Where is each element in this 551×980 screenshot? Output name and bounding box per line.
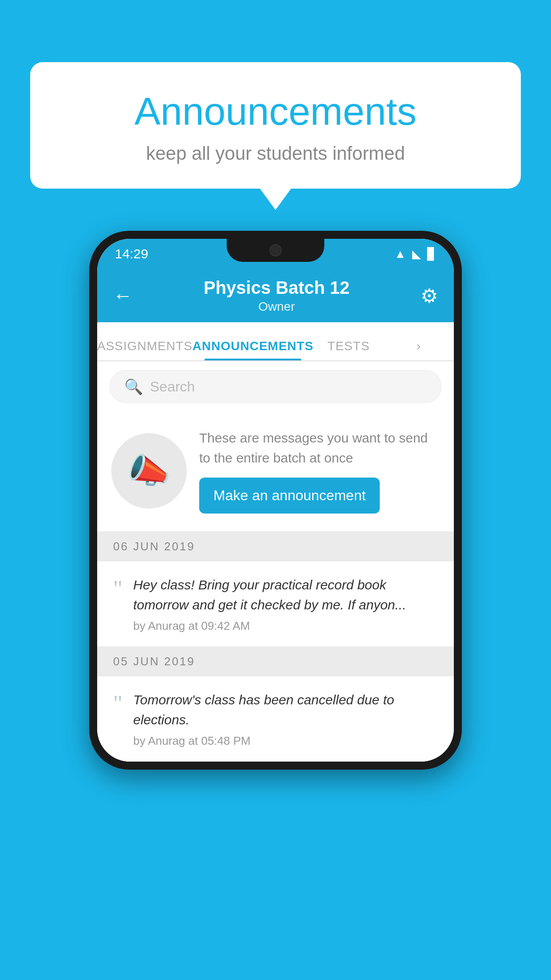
promo-description: These are messages you want to send to t… [199, 428, 440, 468]
status-time: 14:29 [115, 246, 148, 261]
tabs-bar: ASSIGNMENTS ANNOUNCEMENTS TESTS › [97, 322, 454, 361]
search-container: 🔍 Search [97, 361, 454, 412]
phone-outer: 14:29 ▲ ◣ ▊ ← Physics Batch 12 Owner ⚙ A… [89, 231, 462, 770]
phone-camera [269, 244, 282, 257]
phone-screen: 14:29 ▲ ◣ ▊ ← Physics Batch 12 Owner ⚙ A… [97, 239, 454, 762]
bubble-title: Announcements [66, 89, 485, 134]
promo-right: These are messages you want to send to t… [199, 428, 440, 514]
tab-assignments[interactable]: ASSIGNMENTS [97, 339, 193, 360]
speech-bubble-section: Announcements keep all your students inf… [30, 62, 521, 189]
search-icon: 🔍 [124, 378, 143, 395]
promo-section: 📣 These are messages you want to send to… [97, 412, 454, 532]
settings-button[interactable]: ⚙ [421, 285, 438, 307]
announcement-meta-2: by Anurag at 05:48 PM [133, 734, 438, 748]
promo-icon-circle: 📣 [111, 433, 187, 509]
search-bar[interactable]: 🔍 Search [110, 370, 441, 403]
status-icons: ▲ ◣ ▊ [394, 247, 436, 261]
tab-announcements[interactable]: ANNOUNCEMENTS [193, 339, 314, 360]
tab-more[interactable]: › [384, 339, 454, 360]
search-placeholder: Search [150, 379, 195, 395]
phone-mockup: 14:29 ▲ ◣ ▊ ← Physics Batch 12 Owner ⚙ A… [89, 231, 462, 770]
header-subtitle: Owner [204, 300, 350, 314]
header-title-block: Physics Batch 12 Owner [204, 278, 350, 314]
app-header: ← Physics Batch 12 Owner ⚙ [97, 269, 454, 322]
bubble-subtitle: keep all your students informed [66, 143, 485, 164]
quote-icon-1: " [113, 577, 122, 601]
announcement-text-block-1: Hey class! Bring your practical record b… [133, 575, 438, 633]
signal-icon: ◣ [412, 247, 421, 261]
battery-icon: ▊ [427, 247, 436, 261]
tab-tests[interactable]: TESTS [314, 339, 384, 360]
speech-bubble: Announcements keep all your students inf… [30, 62, 521, 189]
make-announcement-button[interactable]: Make an announcement [199, 478, 380, 514]
back-button[interactable]: ← [113, 285, 133, 307]
wifi-icon: ▲ [394, 247, 406, 261]
header-title: Physics Batch 12 [204, 278, 350, 298]
megaphone-icon: 📣 [128, 450, 171, 491]
announcement-item-2[interactable]: " Tomorrow's class has been cancelled du… [97, 676, 454, 762]
announcement-message-1: Hey class! Bring your practical record b… [133, 575, 438, 615]
date-divider-2: 05 JUN 2019 [97, 647, 454, 676]
announcement-message-2: Tomorrow's class has been cancelled due … [133, 690, 438, 730]
date-divider-1: 06 JUN 2019 [97, 532, 454, 561]
announcement-meta-1: by Anurag at 09:42 AM [133, 619, 438, 633]
announcement-item-1[interactable]: " Hey class! Bring your practical record… [97, 561, 454, 647]
announcement-text-block-2: Tomorrow's class has been cancelled due … [133, 690, 438, 748]
quote-icon-2: " [113, 692, 122, 715]
phone-notch [227, 239, 324, 262]
